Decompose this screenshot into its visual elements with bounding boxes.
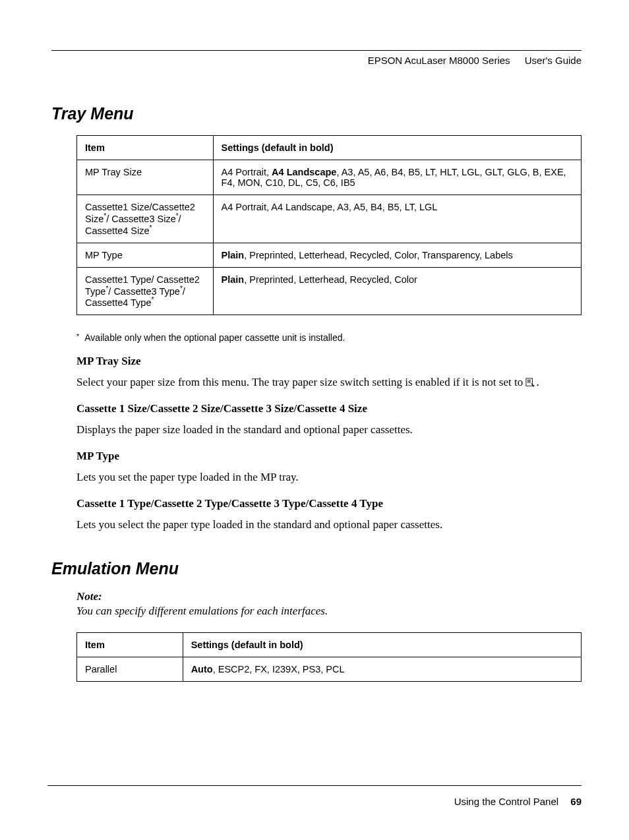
footer-rule [47, 785, 582, 786]
page-number: 69 [570, 796, 582, 807]
cassette-type-heading: Cassette 1 Type/Cassette 2 Type/Cassette… [76, 497, 582, 510]
footer-section: Using the Control Panel [454, 796, 558, 807]
emulation-menu-table: Item Settings (default in bold) Parallel… [76, 632, 582, 682]
item-cell: MP Type [77, 243, 214, 267]
emulation-menu-heading: Emulation Menu [51, 559, 582, 578]
header-guide: User's Guide [525, 55, 582, 66]
item-cell: Cassette1 Size/Cassette2 Size*/ Cassette… [77, 195, 214, 243]
note-label: Note: [76, 590, 582, 603]
cassette-size-body: Displays the paper size loaded in the st… [76, 422, 582, 438]
mp-tray-size-heading: MP Tray Size [76, 355, 582, 368]
col-settings-header: Settings (default in bold) [213, 136, 581, 160]
settings-cell: A4 Portrait, A4 Landscape, A3, A5, B4, B… [213, 195, 581, 243]
footnote-marker: * [152, 296, 154, 303]
table-row: Cassette1 Size/Cassette2 Size*/ Cassette… [77, 195, 582, 243]
running-footer: Using the Control Panel 69 [454, 796, 582, 807]
col-item-header: Item [77, 136, 214, 160]
item-cell: Cassette1 Type/ Cassette2 Type*/ Cassett… [77, 267, 214, 315]
mp-type-body: Lets you set the paper type loaded in th… [76, 469, 582, 485]
table-header-row: Item Settings (default in bold) [77, 632, 582, 657]
note-body: You can specify different emulations for… [76, 605, 582, 618]
table-row: Cassette1 Type/ Cassette2 Type*/ Cassett… [77, 267, 582, 315]
mp-type-heading: MP Type [76, 450, 582, 463]
header-rule [51, 50, 582, 51]
mp-tray-size-body: Select your paper size from this menu. T… [76, 375, 582, 390]
cassette-type-body: Lets you select the paper type loaded in… [76, 517, 582, 533]
settings-cell: Plain, Preprinted, Letterhead, Recycled,… [213, 267, 581, 315]
item-cell: Parallel [77, 657, 183, 681]
footnote-star: * [76, 332, 79, 340]
col-item-header: Item [77, 632, 183, 657]
settings-cell: Plain, Preprinted, Letterhead, Recycled,… [213, 243, 581, 267]
auto-detect-icon [525, 376, 535, 385]
footnote-marker: * [150, 224, 152, 231]
settings-cell: A4 Portrait, A4 Landscape, A3, A5, A6, B… [213, 160, 581, 195]
running-header: EPSON AcuLaser M8000 Series User's Guide [51, 55, 582, 66]
settings-cell: Auto, ESCP2, FX, I239X, PS3, PCL [183, 657, 581, 681]
item-cell: MP Tray Size [77, 160, 214, 195]
table-row: MP Type Plain, Preprinted, Letterhead, R… [77, 243, 582, 267]
col-settings-header: Settings (default in bold) [183, 632, 581, 657]
table-row: Parallel Auto, ESCP2, FX, I239X, PS3, PC… [77, 657, 582, 681]
table-row: MP Tray Size A4 Portrait, A4 Landscape, … [77, 160, 582, 195]
table-footnote: *Available only when the optional paper … [76, 332, 582, 343]
header-product: EPSON AcuLaser M8000 Series [368, 55, 510, 66]
table-header-row: Item Settings (default in bold) [77, 136, 582, 160]
tray-menu-heading: Tray Menu [51, 104, 582, 123]
tray-menu-table: Item Settings (default in bold) MP Tray … [76, 135, 582, 315]
cassette-size-heading: Cassette 1 Size/Cassette 2 Size/Cassette… [76, 402, 582, 415]
